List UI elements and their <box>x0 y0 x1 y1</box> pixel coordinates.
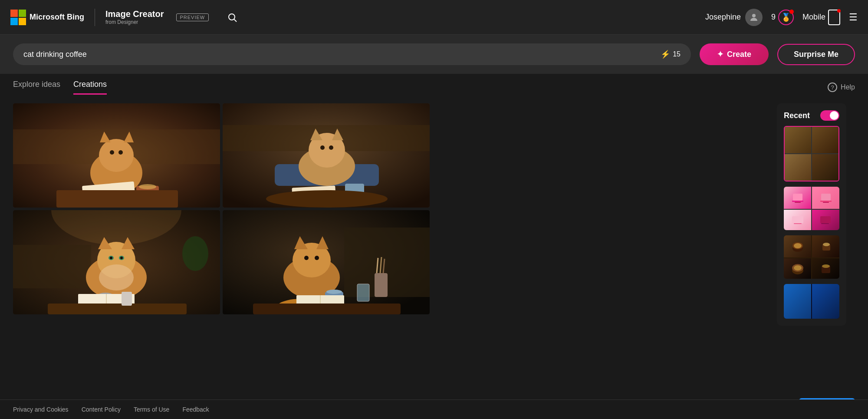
privacy-link[interactable]: Privacy and Cookies <box>13 406 69 413</box>
svg-point-85 <box>823 243 830 246</box>
svg-point-2 <box>752 14 756 17</box>
image-cell-3[interactable] <box>13 210 220 314</box>
thumb2-cell-2 <box>812 187 839 209</box>
svg-point-66 <box>326 290 342 294</box>
svg-rect-75 <box>820 201 832 202</box>
svg-point-0 <box>229 14 235 20</box>
svg-point-27 <box>320 145 325 150</box>
header: Microsoft Bing Image Creator from Design… <box>0 0 868 35</box>
svg-rect-35 <box>13 245 91 288</box>
tab-explore-ideas[interactable]: Explore ideas <box>13 80 60 95</box>
toggle-knob <box>830 111 838 120</box>
microsoft-logo <box>10 10 26 25</box>
svg-point-8 <box>99 139 134 172</box>
svg-rect-54 <box>375 273 388 297</box>
search-bar-container: ⚡ 15 ✦ Create Surprise Me <box>0 35 868 74</box>
create-label: Create <box>727 50 751 59</box>
mobile-badge[interactable]: Mobile <box>802 10 840 25</box>
recent-toggle[interactable] <box>820 110 839 121</box>
thumb2-cell-3 <box>784 210 811 230</box>
svg-point-44 <box>120 257 123 259</box>
thumb-cell-1 <box>785 127 811 153</box>
thumb4-cell-2 <box>812 284 839 319</box>
svg-point-28 <box>329 145 333 150</box>
svg-point-10 <box>118 150 123 155</box>
menu-icon[interactable]: ☰ <box>849 12 858 23</box>
mobile-notification-dot <box>837 9 841 13</box>
bing-label: Microsoft Bing <box>30 13 84 22</box>
nav-tabs: Explore ideas Creations ? Help <box>0 74 868 95</box>
avatar <box>745 9 763 26</box>
svg-point-43 <box>110 257 112 259</box>
thumb-cell-3 <box>785 154 811 181</box>
svg-point-90 <box>822 264 830 268</box>
mobile-label: Mobile <box>802 13 825 22</box>
thumb2-cell-1 <box>784 187 811 209</box>
svg-rect-51 <box>122 292 132 306</box>
sidebar-header: Recent <box>784 110 839 121</box>
svg-point-83 <box>794 243 802 248</box>
sidebar-thumb-2[interactable] <box>784 187 839 230</box>
header-divider <box>95 9 95 26</box>
recent-label: Recent <box>784 111 810 120</box>
image-cell-4[interactable] <box>223 210 430 314</box>
search-input[interactable] <box>23 50 655 59</box>
thumb-cell-2 <box>812 127 838 153</box>
create-icon: ✦ <box>717 49 723 59</box>
svg-point-63 <box>304 256 309 260</box>
preview-badge: PREVIEW <box>176 13 209 21</box>
svg-text:?: ? <box>831 84 834 91</box>
sidebar: Recent <box>777 103 846 326</box>
svg-rect-70 <box>253 304 401 314</box>
svg-point-16 <box>139 184 156 189</box>
surprise-label: Surprise Me <box>794 50 838 59</box>
help-label: Help <box>841 83 855 91</box>
thumb3-cell-4 <box>812 258 839 279</box>
boost-number: 15 <box>673 50 681 58</box>
header-right: Josephine 9 🏅 Mobile ☰ <box>705 9 858 26</box>
sidebar-thumb-3[interactable] <box>784 235 839 279</box>
svg-rect-19 <box>56 190 178 208</box>
app-subtitle: from Designer <box>105 19 164 25</box>
sidebar-thumb-4[interactable] <box>784 284 839 319</box>
svg-rect-71 <box>793 194 802 201</box>
create-button[interactable]: ✦ Create <box>700 43 769 65</box>
svg-point-36 <box>182 236 208 271</box>
user-info[interactable]: Josephine <box>705 9 763 26</box>
terms-link[interactable]: Terms of Use <box>134 406 169 413</box>
svg-rect-74 <box>821 194 831 201</box>
footer-feedback-link[interactable]: Feedback <box>182 406 209 413</box>
svg-point-64 <box>315 256 319 260</box>
search-input-wrapper: ⚡ 15 <box>13 43 691 65</box>
reward-count: 9 <box>771 13 776 22</box>
sidebar-panel: Recent <box>777 103 855 326</box>
content-policy-link[interactable]: Content Policy <box>82 406 121 413</box>
svg-point-32 <box>266 190 388 208</box>
reward-notification-dot <box>789 10 794 14</box>
svg-point-88 <box>794 265 802 271</box>
images-grid <box>13 103 430 314</box>
boost-count: ⚡ 15 <box>661 49 681 59</box>
image-cell-2[interactable] <box>223 103 430 208</box>
thumb2-cell-4 <box>812 210 839 230</box>
sidebar-thumb-selected[interactable] <box>784 126 839 181</box>
svg-point-45 <box>99 264 134 290</box>
surprise-button[interactable]: Surprise Me <box>777 44 855 65</box>
image-cell-1[interactable] <box>13 103 220 208</box>
search-icon[interactable] <box>224 10 240 25</box>
svg-point-9 <box>110 150 114 155</box>
help-button[interactable]: ? Help <box>828 82 855 92</box>
images-section <box>13 103 768 326</box>
bolt-icon: ⚡ <box>661 49 670 59</box>
svg-rect-77 <box>792 216 803 223</box>
tab-creations[interactable]: Creations <box>73 80 107 95</box>
svg-rect-73 <box>795 202 801 203</box>
reward-icon: 🏅 <box>778 10 794 25</box>
svg-line-1 <box>234 19 237 22</box>
reward-badge[interactable]: 9 🏅 <box>771 10 794 25</box>
svg-rect-50 <box>48 304 187 314</box>
logo-group: Microsoft Bing <box>10 10 84 25</box>
main-content: Recent <box>0 95 868 334</box>
thumb4-cell-1 <box>784 284 811 319</box>
thumb3-cell-1 <box>784 235 811 257</box>
